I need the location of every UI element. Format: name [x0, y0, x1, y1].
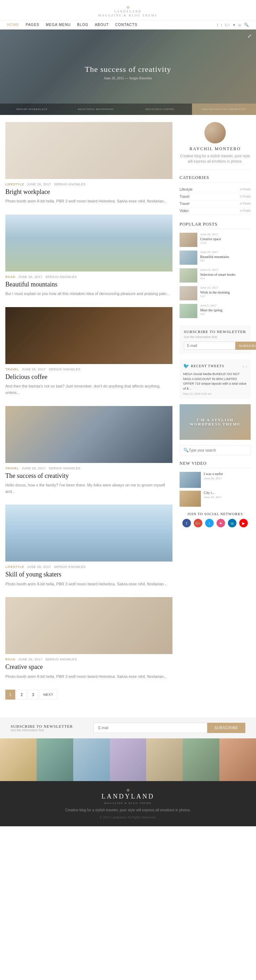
social-join-twitter[interactable]: t — [205, 519, 214, 527]
video-thumb-1[interactable] — [180, 472, 201, 488]
social-join-facebook[interactable]: f — [183, 519, 191, 527]
popular-post-1: June 26, 2017 Creative space 1263 — [180, 233, 251, 247]
popular-post-5: June 5, 2017 Meet the spring 432 — [180, 304, 251, 318]
popular-title-3[interactable]: Selection of smart books — [200, 272, 251, 277]
social-join-youtube[interactable]: ▶ — [239, 519, 248, 527]
category-travel2[interactable]: Travel 4 Posts — [180, 200, 251, 207]
popular-title-2[interactable]: Beautiful mountains — [200, 255, 251, 259]
category-travel[interactable]: Travel 2 Posts — [180, 193, 251, 200]
footer-copyright: © 2017 Landyland. All Rights Reserved. — [7, 816, 249, 819]
author-avatar — [204, 122, 226, 143]
post-title-4[interactable]: The success of creativity — [5, 472, 172, 480]
category-lifestyle[interactable]: Lifestyle 4 Posts — [180, 186, 251, 193]
hero-title: The success of creativity — [84, 65, 171, 74]
footer-logo-ornament: ✿ — [7, 788, 249, 792]
hero-thumb-4[interactable]: THE SUCCESS OF CREATIVITY — [192, 103, 256, 115]
popular-date-3: June 15, 2017 — [200, 268, 251, 272]
page-2-button[interactable]: 2 — [17, 690, 27, 700]
popular-thumb-5[interactable] — [180, 304, 197, 318]
categories-title: Categories — [180, 175, 251, 183]
social-join-heart[interactable]: ♥ — [216, 519, 225, 527]
popular-info-1: June 26, 2017 Creative space 1263 — [200, 233, 251, 245]
newsletter-widget-email[interactable] — [184, 342, 235, 350]
insta-item-3[interactable] — [73, 738, 110, 781]
search-input[interactable] — [189, 449, 247, 452]
newsletter-bar-email[interactable] — [94, 723, 207, 733]
post-image-2[interactable] — [5, 215, 172, 272]
post-title-3[interactable]: Delicious coffee — [5, 373, 172, 381]
post-title-1[interactable]: Bright workplace — [5, 188, 172, 196]
insta-item-4[interactable] — [110, 738, 146, 781]
tweet-prev-icon[interactable]: ‹ — [242, 363, 244, 369]
post-image-4[interactable] — [5, 406, 172, 463]
hero-thumb-1[interactable]: BRIGHT WORKPLACE — [0, 103, 64, 115]
popular-thumb-4[interactable] — [180, 286, 197, 300]
popular-views-5: 432 — [200, 312, 251, 316]
post-author-2: Sergio Knowles — [45, 275, 77, 278]
hero-slide: The success of creativity June 26, 2015 … — [0, 30, 256, 115]
page-1-button[interactable]: 1 — [5, 690, 15, 700]
social-heart-icon[interactable]: ♥ — [233, 23, 235, 27]
insta-item-5[interactable] — [146, 738, 183, 781]
video-item-1: I was a surfer June 26, 2017 — [180, 472, 251, 488]
footer-tagline: Creative blog for a stylish traveler, pu… — [7, 807, 249, 813]
tweet-next-icon[interactable]: › — [246, 363, 247, 369]
post-image-5[interactable] — [5, 504, 172, 562]
social-twitter-icon[interactable]: t — [221, 23, 222, 27]
social-google-icon[interactable]: G+ — [225, 23, 230, 27]
insta-item-2[interactable] — [37, 738, 73, 781]
video-title-1[interactable]: I was a surfer — [204, 472, 251, 476]
post-title-2[interactable]: Beautiful mountains — [5, 280, 172, 289]
popular-title-5[interactable]: Meet the spring — [200, 308, 251, 312]
newsletter-bar-button[interactable]: SUBSCRIBE — [207, 723, 245, 733]
popular-thumb-2[interactable] — [180, 250, 197, 265]
video-date-2: June 26, 2017 — [204, 496, 251, 499]
newsletter-widget-button[interactable]: SUBSCRIBE — [235, 342, 256, 350]
social-join-google[interactable]: G+ — [194, 519, 202, 527]
page-3-button[interactable]: 3 — [28, 690, 38, 700]
popular-thumb-1[interactable] — [180, 233, 197, 247]
author-bio: Creative blog for a stylish traveler, pu… — [180, 153, 251, 164]
popular-title-1[interactable]: Creative space — [200, 237, 251, 241]
categories-section: Categories Lifestyle 4 Posts Travel 2 Po… — [180, 175, 251, 215]
post-card-1: LIFESTYLE June 26, 2017 Sergio Knowles B… — [5, 122, 172, 205]
nav-about[interactable]: ABOUT — [95, 23, 109, 27]
search-icon[interactable]: 🔍 — [244, 22, 249, 27]
twitter-widget-title: Recent tweets — [191, 364, 224, 368]
social-join-linkedin[interactable]: in — [228, 519, 237, 527]
post-date-4: June 26, 2017 — [22, 466, 46, 470]
nav-megamenu[interactable]: MEGA MENU — [46, 23, 71, 27]
post-date-2: June 26, 2017 — [19, 275, 43, 278]
popular-date-2: June 25, 2017 — [200, 250, 251, 254]
nav-social: f t G+ ♥ in 🔍 — [217, 22, 249, 27]
post-title-5[interactable]: Skill of young skaters — [5, 570, 172, 579]
nav-contacts[interactable]: CONTACTS — [115, 23, 137, 27]
newsletter-widget-sub: Get the information first — [184, 335, 246, 339]
insta-item-7[interactable] — [219, 738, 256, 781]
insta-item-6[interactable] — [183, 738, 219, 781]
category-video[interactable]: Video 4 Posts — [180, 207, 251, 215]
page-next-button[interactable]: Next — [40, 690, 57, 700]
social-facebook-icon[interactable]: f — [217, 23, 218, 27]
nav-blog[interactable]: BLOG — [77, 23, 89, 27]
video-title-2[interactable]: City r... — [204, 491, 251, 495]
post-image-1[interactable] — [5, 122, 172, 179]
site-logo: LANDYLAND MAGAZINE & BLOG THEME — [0, 10, 256, 17]
popular-info-4: June 10, 2017 Work in the morning 543 — [200, 286, 251, 298]
nav-home[interactable]: HOME — [7, 23, 19, 27]
video-thumb-2[interactable] — [180, 491, 201, 507]
hero-thumb-2[interactable]: BEAUTIFUL MOUNTAINS — [64, 103, 128, 115]
popular-thumb-3[interactable] — [180, 268, 197, 283]
popular-title-4[interactable]: Work in the morning — [200, 290, 251, 294]
post-card-2: ROAD June 26, 2017 Sergio Knowles Beauti… — [5, 215, 172, 297]
social-linkedin-icon[interactable]: in — [238, 23, 241, 27]
hero-thumb-3[interactable]: DELICIOUS COFFEE — [128, 103, 192, 115]
post-image-6[interactable] — [5, 597, 172, 654]
post-image-3[interactable] — [5, 307, 172, 364]
post-card-4: TRAVEL June 26, 2017 Sergio Knowles The … — [5, 406, 172, 495]
post-title-6[interactable]: Creative space — [5, 663, 172, 671]
insta-item-1[interactable] — [0, 738, 37, 781]
share-icon[interactable]: ⤢ — [248, 33, 252, 39]
nav-pages[interactable]: PAGES — [25, 23, 40, 27]
popular-info-2: June 25, 2017 Beautiful mountains 987 — [200, 250, 251, 262]
